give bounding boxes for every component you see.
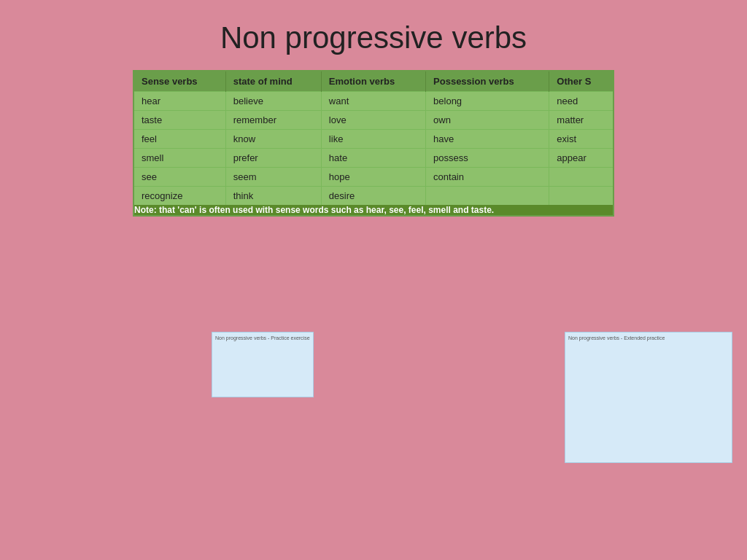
table-cell: like bbox=[321, 130, 425, 149]
header-emotion-verbs: Emotion verbs bbox=[321, 71, 425, 92]
verb-table-container: Sense verbs state of mind Emotion verbs … bbox=[133, 70, 614, 217]
table-cell: hope bbox=[321, 168, 425, 187]
non-progressive-verbs-table: Sense verbs state of mind Emotion verbs … bbox=[133, 70, 614, 217]
table-cell: feel bbox=[133, 130, 225, 149]
small-card-left-label: Non progressive verbs - Practice exercis… bbox=[212, 332, 313, 343]
header-other: Other S bbox=[549, 71, 614, 92]
table-cell: love bbox=[321, 111, 425, 130]
table-cell: need bbox=[549, 92, 614, 111]
table-cell: appear bbox=[549, 149, 614, 168]
table-cell: have bbox=[426, 130, 549, 149]
table-cell: belong bbox=[426, 92, 549, 111]
table-cell: contain bbox=[426, 168, 549, 187]
page-title: Non progressive verbs bbox=[0, 0, 747, 70]
table-cell: remember bbox=[225, 111, 321, 130]
table-cell: know bbox=[225, 130, 321, 149]
table-row: hearbelievewantbelongneed bbox=[133, 92, 614, 111]
large-card-right: Non progressive verbs - Extended practic… bbox=[565, 332, 732, 463]
table-cell: want bbox=[321, 92, 425, 111]
table-row: feelknowlikehaveexist bbox=[133, 130, 614, 149]
header-sense-verbs: Sense verbs bbox=[133, 71, 225, 92]
table-cell: recognize bbox=[133, 187, 225, 206]
table-header-row: Sense verbs state of mind Emotion verbs … bbox=[133, 71, 614, 92]
table-cell: matter bbox=[549, 111, 614, 130]
table-row: seeseemhopecontain bbox=[133, 168, 614, 187]
table-cell: hate bbox=[321, 149, 425, 168]
table-cell: own bbox=[426, 111, 549, 130]
table-cell bbox=[549, 187, 614, 206]
small-card-left: Non progressive verbs - Practice exercis… bbox=[212, 332, 314, 397]
table-cell: desire bbox=[321, 187, 425, 206]
table-cell: see bbox=[133, 168, 225, 187]
table-row: tasterememberloveownmatter bbox=[133, 111, 614, 130]
table-cell: think bbox=[225, 187, 321, 206]
table-cell: believe bbox=[225, 92, 321, 111]
table-note-row: Note: that 'can' is often used with sens… bbox=[133, 205, 614, 216]
table-cell: smell bbox=[133, 149, 225, 168]
large-card-right-label: Non progressive verbs - Extended practic… bbox=[565, 332, 732, 343]
header-state-of-mind: state of mind bbox=[225, 71, 321, 92]
table-note: Note: that 'can' is often used with sens… bbox=[133, 205, 614, 216]
table-row: recognizethinkdesire bbox=[133, 187, 614, 206]
table-cell: seem bbox=[225, 168, 321, 187]
table-cell: exist bbox=[549, 130, 614, 149]
table-cell bbox=[549, 168, 614, 187]
table-cell: hear bbox=[133, 92, 225, 111]
table-cell: possess bbox=[426, 149, 549, 168]
table-cell bbox=[426, 187, 549, 206]
table-cell: taste bbox=[133, 111, 225, 130]
table-cell: prefer bbox=[225, 149, 321, 168]
table-row: smellpreferhatepossessappear bbox=[133, 149, 614, 168]
header-possession-verbs: Possession verbs bbox=[426, 71, 549, 92]
